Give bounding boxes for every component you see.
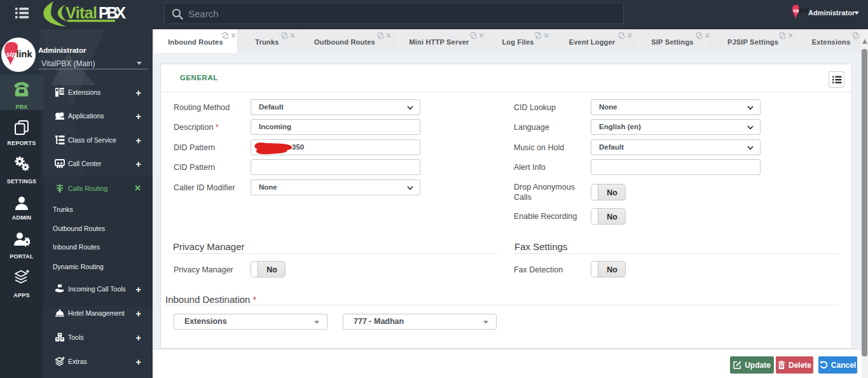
svg-text:PBX: PBX — [99, 4, 126, 22]
svg-text:link: link — [17, 49, 33, 59]
svg-text:Vital: Vital — [65, 4, 97, 22]
svg-text:sip: sip — [6, 50, 17, 58]
svg-text:link: link — [799, 6, 808, 14]
